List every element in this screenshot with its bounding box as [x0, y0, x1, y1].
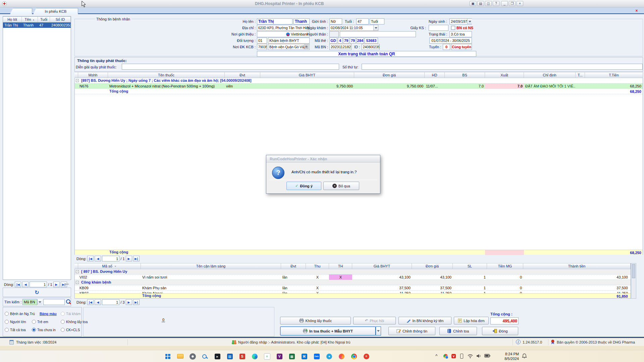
qr-status-link[interactable]: Xem trạng thái thanh toán QR: [257, 51, 476, 57]
dong-y-button[interactable]: ✓ Đồng ý: [286, 182, 321, 190]
ma-the-6[interactable]: 53683: [365, 38, 378, 44]
patient-list-header-tuoi[interactable]: Tuổi: [38, 16, 50, 22]
service-header-maso[interactable]: Mã số ▼: [78, 263, 141, 269]
collapse-icon[interactable]: -: [76, 281, 79, 284]
drug-header-xuat[interactable]: Xuất: [485, 72, 524, 78]
radio-tat-ca-toa-label[interactable]: Tất cả toa: [10, 328, 26, 332]
tray-speaker-icon[interactable]: [476, 354, 481, 358]
service-header-th[interactable]: TH: [329, 263, 352, 269]
drug-row[interactable]: N676 Metronidazol + Miconazol nitrat (Ne…: [75, 83, 643, 89]
dock-icon[interactable]: ▣: [470, 1, 476, 6]
filter-down-icon[interactable]: ▼: [114, 265, 117, 267]
radio-benh-an-ngtru-label[interactable]: Bệnh án Ng.Trú: [10, 312, 35, 316]
giay-ks-field[interactable]: [429, 25, 448, 31]
service-header-tien-mg[interactable]: Tiền MG: [487, 263, 523, 269]
search-type-dropdown-icon[interactable]: [37, 299, 42, 305]
patient-list-header-ten[interactable]: Tên ▲: [22, 16, 38, 22]
service-header-gia-bhyt[interactable]: Giá BHYT: [352, 263, 412, 269]
taskbar-search-icon[interactable]: [200, 352, 210, 361]
in-toa-thuoc-button[interactable]: In toa thuốc + Mẫu BHYT: [280, 326, 376, 336]
pager-next-button[interactable]: ▶: [126, 299, 132, 305]
taskbar-notes-icon[interactable]: ≡: [262, 352, 272, 361]
nguoi-than-field[interactable]: [340, 31, 416, 37]
in-bn-khong-ky-ten-button[interactable]: In BN không ký tên: [398, 317, 451, 324]
so-thu-tu-input[interactable]: [362, 64, 643, 70]
service-header-thanh-tien[interactable]: Thành tiền: [523, 263, 631, 269]
dialog-titlebar[interactable]: RunCodeHosPrinter - Xác nhận: [266, 155, 380, 163]
search-icon[interactable]: [66, 299, 72, 305]
radio-ck-cls[interactable]: [61, 328, 65, 332]
tab-in-phieu-kcb[interactable]: In phiếu KCB: [33, 8, 78, 14]
ma-the-2[interactable]: 4: [338, 38, 342, 44]
bo-qua-button[interactable]: × Bỏ qua: [323, 182, 359, 190]
service-header-don-gia[interactable]: Đơn giá: [412, 263, 453, 269]
tray-chevron-up-icon[interactable]: ^: [435, 354, 437, 358]
radio-toa-chua-in-label[interactable]: Toa chưa in: [37, 328, 56, 332]
in-toa-thuoc-dropdown-icon[interactable]: [376, 326, 381, 336]
ma-the-5[interactable]: 284: [357, 38, 364, 44]
radio-tai-kham[interactable]: [61, 312, 65, 316]
tray-clock[interactable]: 8:24 PM 8/5/2024: [499, 352, 519, 361]
tuoi-field[interactable]: 47: [356, 18, 369, 24]
taskbar-windows-icon[interactable]: [163, 352, 172, 361]
ngay-sinh-dropdown-icon[interactable]: [467, 19, 472, 24]
search-type-select[interactable]: Mã BN: [22, 299, 37, 305]
search-input[interactable]: [43, 299, 65, 305]
drug-header-don-gia[interactable]: Đơn giá: [354, 72, 425, 78]
taskbar-terminal-icon[interactable]: ▸: [213, 352, 222, 361]
taskbar-chrome-icon[interactable]: [349, 352, 359, 361]
drug-header-mshh[interactable]: Mshh: [78, 72, 108, 78]
chinh-thong-tin-button[interactable]: Chỉnh thông tin: [388, 327, 435, 335]
service-group-row[interactable]: - Công khám bệnh: [75, 280, 631, 285]
tab-close-icon[interactable]: ×: [634, 8, 639, 13]
pager-page-input[interactable]: 1: [102, 256, 119, 261]
minimize-button[interactable]: _: [501, 1, 508, 6]
pager-prev-button[interactable]: ◀: [95, 299, 101, 305]
pager-last-button[interactable]: ▶|: [133, 256, 140, 261]
ma-the-1[interactable]: GD: [329, 38, 337, 44]
drug-header-bs[interactable]: BS: [445, 72, 485, 78]
service-row[interactable]: KB09 Khám Phụ sản lần X 37,500 37,500 1 …: [75, 285, 631, 291]
pager-page-input[interactable]: 1: [102, 299, 119, 305]
nguoi-than-code-field[interactable]: [329, 31, 339, 37]
id-field[interactable]: 2408002353: [362, 44, 380, 50]
service-header-thu[interactable]: Thu: [306, 263, 329, 269]
pager-first-button[interactable]: |◀: [87, 299, 94, 305]
bn-co-ns-checkbox[interactable]: [451, 26, 455, 30]
help-button[interactable]: ?: [493, 1, 499, 6]
radio-khong-lay-toa[interactable]: [61, 320, 65, 324]
service-header-sl[interactable]: SL: [453, 263, 487, 269]
patient-list-selected-row[interactable]: Trần Thị Thanh 47 2408002353: [3, 22, 71, 28]
dong-button[interactable]: Đóng: [482, 327, 518, 335]
tab-blank[interactable]: [10, 8, 32, 14]
khong-lay-thuoc-button[interactable]: Không lấy thuốc: [280, 317, 351, 324]
taskbar-settings-gear-icon[interactable]: [188, 352, 197, 361]
pager-last-button[interactable]: ▶|: [133, 299, 140, 305]
radio-tre-em-label[interactable]: Trẻ em: [37, 320, 48, 324]
service-header-dvt[interactable]: Đvt: [281, 263, 306, 269]
pager-prev-button[interactable]: ◀: [95, 256, 101, 261]
service-header-ten[interactable]: Tên cận lâm sàng: [141, 263, 281, 269]
pager-prev-button[interactable]: ◀: [22, 282, 29, 287]
tray-battery-icon[interactable]: [484, 354, 490, 358]
maximize-button[interactable]: ❐: [509, 1, 516, 6]
service-group-row[interactable]: - [ 897 ] BS. Dương Hiển Uy: [75, 269, 631, 275]
ngay-kham-dropdown-icon[interactable]: [373, 25, 378, 31]
gioi-tinh-field[interactable]: Nữ: [329, 18, 342, 24]
radio-nguoi-lon-label[interactable]: Người lớn: [10, 320, 26, 324]
collapse-icon[interactable]: -: [76, 270, 79, 273]
taskbar-s-app-icon[interactable]: S: [237, 352, 247, 361]
radio-tat-ca-toa[interactable]: [5, 328, 9, 332]
ma-bn-field[interactable]: 2023112182: [329, 44, 352, 50]
taskbar-firefox-icon[interactable]: [337, 352, 346, 361]
tray-wifi-icon[interactable]: [468, 354, 473, 358]
radio-tre-em[interactable]: [32, 320, 36, 324]
ma-the-3[interactable]: 79: [343, 38, 349, 44]
service-row[interactable]: VI02 Vi nấm soi tươi lần X X 43,100 43,1…: [75, 275, 631, 280]
service-row-clipped[interactable]: KB07 Khám Ngoại lần X 11,250 11,250 1 0 …: [75, 291, 631, 293]
patient-list-header-soid[interactable]: Số ID: [50, 16, 71, 22]
close-button[interactable]: ×: [517, 1, 523, 6]
ngay-kham-field[interactable]: 02/08/2024 11:10:05: [329, 25, 378, 31]
splitter-handle[interactable]: —: [65, 282, 69, 286]
ma-the-4[interactable]: 79: [350, 38, 356, 44]
